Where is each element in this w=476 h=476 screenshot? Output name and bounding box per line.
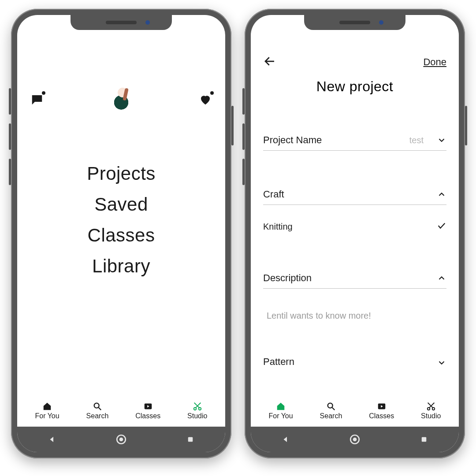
field-project-name[interactable]: Project Name test — [263, 134, 446, 151]
menu-item-library[interactable]: Library — [30, 256, 213, 277]
home-icon — [42, 402, 52, 411]
tab-studio[interactable]: Studio — [187, 402, 207, 420]
studio-menu: Projects Saved Classes Library — [30, 153, 213, 286]
field-label: Pattern — [263, 356, 294, 368]
tab-label: Studio — [187, 412, 207, 420]
field-description[interactable]: Description — [263, 272, 446, 289]
menu-item-projects[interactable]: Projects — [30, 163, 213, 184]
menu-item-saved[interactable]: Saved — [30, 194, 213, 215]
scissors-icon — [192, 402, 203, 411]
tab-label: For You — [35, 412, 59, 420]
android-nav-bar — [251, 427, 459, 452]
android-recent-button[interactable] — [418, 434, 430, 445]
favorites-icon[interactable] — [198, 92, 213, 107]
tab-label: Studio — [421, 412, 441, 420]
tab-classes[interactable]: Classes — [135, 402, 160, 420]
done-button[interactable]: Done — [423, 56, 446, 68]
field-label: Project Name — [263, 134, 322, 146]
scissors-icon — [426, 402, 436, 411]
svg-point-19 — [353, 438, 357, 442]
play-icon — [376, 402, 387, 411]
svg-point-11 — [328, 403, 333, 408]
chevron-up-icon[interactable] — [437, 190, 446, 199]
tab-label: For You — [268, 412, 293, 420]
tab-for-you[interactable]: For You — [268, 402, 293, 420]
craft-option-knitting[interactable]: Knitting — [263, 221, 446, 233]
svg-line-1 — [99, 408, 101, 410]
field-pattern[interactable]: Pattern — [263, 356, 446, 368]
device-notch — [71, 15, 172, 30]
svg-point-8 — [119, 438, 123, 442]
tab-classes[interactable]: Classes — [369, 402, 394, 420]
tab-studio[interactable]: Studio — [421, 402, 441, 420]
svg-point-0 — [94, 403, 99, 408]
chevron-down-icon[interactable] — [437, 358, 446, 368]
tab-search[interactable]: Search — [86, 402, 109, 420]
android-home-button[interactable] — [115, 434, 127, 445]
svg-rect-20 — [422, 437, 427, 442]
tab-for-you[interactable]: For You — [35, 402, 59, 420]
notification-dot — [42, 91, 45, 95]
tab-label: Search — [320, 412, 342, 420]
android-back-button[interactable] — [280, 434, 291, 445]
field-value: test — [409, 135, 424, 145]
check-icon — [437, 221, 446, 233]
field-label: Craft — [263, 189, 284, 200]
android-back-button[interactable] — [46, 434, 58, 445]
tab-bar: For You Search Classes Studio — [251, 396, 459, 427]
play-icon — [143, 402, 153, 411]
page-title: New project — [263, 78, 446, 95]
field-craft[interactable]: Craft — [263, 189, 446, 205]
svg-rect-9 — [188, 437, 193, 442]
search-icon — [326, 402, 336, 411]
device-notch — [304, 15, 405, 30]
tab-label: Search — [86, 412, 109, 420]
notification-dot — [210, 91, 214, 95]
description-placeholder[interactable]: Lentil wants to know more! — [267, 311, 446, 321]
phone-frame-left: Projects Saved Classes Library For You S… — [11, 9, 231, 458]
menu-item-classes[interactable]: Classes — [30, 225, 213, 246]
avatar[interactable] — [107, 86, 135, 114]
android-nav-bar — [17, 427, 225, 452]
svg-line-12 — [332, 408, 335, 410]
chevron-down-icon[interactable] — [437, 135, 446, 145]
tab-bar: For You Search Classes Studio — [17, 396, 225, 427]
arrow-left-icon — [263, 55, 276, 68]
android-home-button[interactable] — [349, 434, 361, 445]
tab-label: Classes — [135, 412, 160, 420]
option-label: Knitting — [263, 222, 293, 232]
screen-studio-home: Projects Saved Classes Library For You S… — [17, 15, 225, 452]
search-icon — [92, 402, 103, 411]
phone-frame-right: Done New project Project Name test — [245, 9, 465, 458]
tab-search[interactable]: Search — [320, 402, 342, 420]
home-icon — [275, 402, 286, 411]
chevron-up-icon[interactable] — [437, 273, 446, 283]
field-label: Description — [263, 272, 312, 284]
screen-new-project: Done New project Project Name test — [251, 15, 459, 452]
tab-label: Classes — [369, 412, 394, 420]
messages-icon[interactable] — [30, 92, 45, 107]
android-recent-button[interactable] — [185, 434, 196, 445]
back-button[interactable] — [263, 55, 276, 70]
